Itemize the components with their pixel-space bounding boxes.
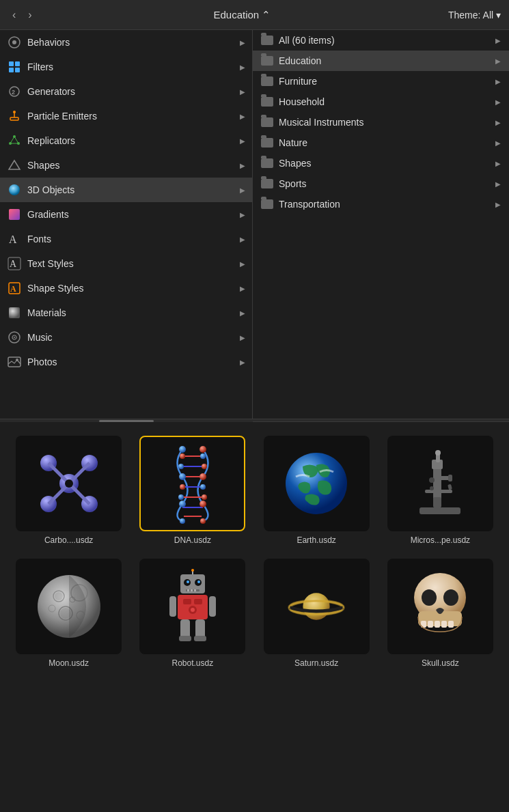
right-item-shapes[interactable]: Shapes ▶: [253, 153, 509, 173]
right-item-household[interactable]: Household ▶: [253, 92, 509, 112]
grid-item-robot[interactable]: Robot.usdz: [135, 556, 250, 671]
svg-point-10: [13, 111, 16, 113]
moon-label: Moon.usdz: [49, 658, 89, 668]
text-styles-arrow: ▶: [240, 260, 245, 268]
sidebar-label-gradients: Gradients: [27, 209, 69, 220]
folder-icon-furniture: [261, 76, 273, 86]
svg-rect-95: [187, 589, 189, 591]
sidebar-item-materials[interactable]: Materials ▶: [0, 300, 252, 325]
generators-arrow: ▶: [240, 88, 245, 96]
sidebar-item-behaviors[interactable]: Behaviors ▶: [0, 30, 252, 55]
sidebar-item-photos[interactable]: Photos ▶: [0, 350, 252, 374]
theme-button[interactable]: Theme: All ▾: [448, 10, 501, 20]
microscope-label: Micros...pe.usdz: [411, 535, 470, 545]
shape-styles-icon: A: [7, 281, 22, 296]
fonts-icon: A: [7, 232, 22, 247]
svg-rect-2: [9, 61, 14, 66]
robot-thumb: [139, 559, 245, 654]
svg-point-1: [12, 40, 16, 44]
right-label-transportation: Transportation: [279, 199, 340, 210]
right-item-musical-instruments[interactable]: Musical Instruments ▶: [253, 112, 509, 132]
household-arrow: ▶: [495, 98, 501, 106]
svg-rect-8: [10, 117, 18, 120]
transportation-arrow: ▶: [495, 201, 501, 208]
sidebar-item-shapes[interactable]: Shapes ▶: [0, 153, 252, 178]
carbo-label: Carbo....usdz: [44, 535, 93, 545]
svg-text:2: 2: [12, 89, 15, 96]
sidebar-item-fonts[interactable]: A Fonts ▶: [0, 227, 252, 251]
grid-item-saturn[interactable]: Saturn.usdz: [259, 556, 374, 671]
sidebar-label-generators: Generators: [27, 86, 75, 97]
music-icon: [7, 330, 22, 345]
sidebar-item-shape-styles[interactable]: A Shape Styles ▶: [0, 276, 252, 300]
grid-item-dna[interactable]: DNA.usdz: [135, 433, 250, 548]
right-item-all[interactable]: All (60 items) ▶: [253, 30, 509, 51]
folder-icon-musical-instruments: [261, 117, 273, 127]
grid-item-microscope[interactable]: Micros...pe.usdz: [383, 433, 498, 548]
right-item-transportation[interactable]: Transportation ▶: [253, 194, 509, 214]
svg-rect-19: [9, 209, 20, 220]
grid-item-earth[interactable]: Earth.usdz: [259, 433, 374, 548]
svg-rect-4: [9, 68, 14, 72]
right-label-nature: Nature: [279, 137, 307, 148]
svg-rect-65: [419, 507, 460, 514]
sidebar-label-filters: Filters: [27, 61, 53, 72]
svg-point-51: [200, 473, 206, 480]
top-bar: ‹ › Education ⌃ Theme: All ▾: [0, 0, 509, 30]
sidebar-item-text-styles[interactable]: A Text Styles ▶: [0, 251, 252, 276]
svg-point-40: [65, 479, 73, 488]
sidebar-item-gradients[interactable]: Gradients ▶: [0, 202, 252, 227]
svg-point-30: [16, 359, 18, 361]
svg-point-79: [55, 592, 63, 600]
svg-rect-108: [194, 636, 206, 641]
svg-point-58: [178, 464, 184, 469]
3d-objects-arrow: ▶: [240, 186, 245, 194]
svg-rect-118: [428, 621, 433, 628]
sidebar-label-music: Music: [27, 332, 53, 343]
folder-icon-household: [261, 97, 273, 107]
right-label-education: Education: [279, 55, 321, 66]
svg-point-50: [179, 473, 186, 480]
sidebar-label-photos: Photos: [27, 356, 57, 367]
right-label-shapes: Shapes: [279, 158, 311, 169]
grid-area: Carbo....usdz: [0, 422, 509, 682]
all-arrow: ▶: [495, 37, 501, 44]
shape-styles-arrow: ▶: [240, 285, 245, 292]
svg-point-76: [430, 486, 434, 490]
sidebar-item-particle-emitters[interactable]: Particle Emitters ▶: [0, 104, 252, 128]
scroll-thumb: [99, 420, 154, 422]
sidebar-item-filters[interactable]: Filters ▶: [0, 55, 252, 79]
svg-point-92: [187, 580, 189, 583]
svg-point-18: [9, 184, 20, 195]
svg-marker-17: [9, 160, 20, 169]
folder-icon-nature: [261, 138, 273, 148]
nature-arrow: ▶: [495, 139, 501, 147]
svg-line-38: [49, 484, 69, 504]
grid-item-moon[interactable]: Moon.usdz: [11, 556, 126, 671]
sidebar-item-3d-objects[interactable]: 3D Objects ▶: [0, 178, 252, 202]
sidebar-item-replicators[interactable]: Replicators ▶: [0, 128, 252, 153]
svg-point-63: [202, 494, 207, 500]
right-item-education[interactable]: Education ▶: [253, 51, 509, 71]
microscope-thumb: [387, 436, 493, 531]
svg-rect-100: [194, 599, 202, 604]
right-item-furniture[interactable]: Furniture ▶: [253, 71, 509, 92]
right-item-nature[interactable]: Nature ▶: [253, 132, 509, 153]
forward-button[interactable]: ›: [24, 8, 36, 23]
particle-emitters-arrow: ▶: [240, 113, 245, 120]
svg-rect-104: [209, 596, 216, 617]
sports-arrow: ▶: [495, 180, 501, 188]
sidebar-item-generators[interactable]: 2 Generators ▶: [0, 79, 252, 104]
grid-item-skull[interactable]: Skull.usdz: [383, 556, 498, 671]
right-label-musical-instruments: Musical Instruments: [279, 117, 363, 128]
grid-item-carbo[interactable]: Carbo....usdz: [11, 433, 126, 548]
sidebar-item-music[interactable]: Music ▶: [0, 325, 252, 350]
right-item-sports[interactable]: Sports ▶: [253, 173, 509, 194]
robot-label: Robot.usdz: [172, 658, 214, 668]
sidebar-label-materials: Materials: [27, 307, 66, 318]
folder-icon-all: [261, 36, 273, 45]
back-button[interactable]: ‹: [8, 8, 20, 23]
title-button[interactable]: Education ⌃: [213, 9, 271, 21]
dna-label: DNA.usdz: [174, 535, 211, 545]
sidebar-label-3d-objects: 3D Objects: [27, 184, 74, 195]
